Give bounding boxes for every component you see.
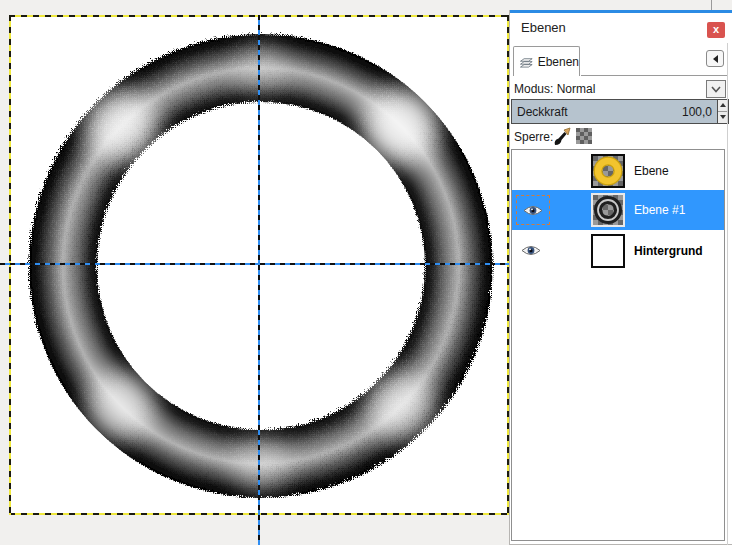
window-divider (711, 0, 712, 10)
eye-icon[interactable] (521, 244, 541, 257)
layer-list: Ebene (511, 149, 725, 541)
visibility-focus-box[interactable] (516, 195, 550, 225)
eye-icon (523, 204, 543, 217)
mode-label: Modus: Normal (514, 82, 595, 96)
layer-thumbnail-gray-ring[interactable] (591, 193, 625, 227)
close-button[interactable]: x (707, 22, 725, 38)
opacity-slider[interactable]: Deckkraft 100,0 (511, 99, 729, 124)
tabbar-baseline (581, 75, 727, 76)
lock-paint-brush-icon[interactable] (552, 127, 572, 147)
chevron-down-icon (709, 82, 723, 96)
mode-row: Modus: Normal (510, 80, 732, 98)
tab-ebenen[interactable]: Ebenen (513, 46, 580, 76)
lock-label: Sperre: (514, 130, 553, 144)
horizontal-guide[interactable] (0, 263, 509, 265)
gimp-window: Ebenen x Ebenen Modus: Normal (0, 0, 732, 545)
dialog-tabbar: Ebenen (510, 43, 732, 77)
layer-row-ebene[interactable]: Ebene (512, 152, 724, 190)
opacity-label: Deckkraft (517, 105, 568, 119)
panel-right-gutter (727, 43, 728, 545)
layer-row-hintergrund[interactable]: Hintergrund (512, 230, 724, 272)
layers-icon (519, 54, 534, 70)
layer-thumbnail-yellow-ring[interactable] (591, 154, 625, 188)
layer-name: Hintergrund (634, 244, 703, 258)
dialog-titlebar: Ebenen x (510, 13, 732, 44)
vertical-guide[interactable] (258, 15, 260, 545)
layer-boundary-left (9, 15, 11, 515)
dialog-title: Ebenen (521, 20, 566, 35)
dockable-menu-button[interactable] (706, 50, 724, 67)
layers-dialog: Ebenen x Ebenen Modus: Normal (509, 10, 732, 545)
tab-label: Ebenen (538, 55, 579, 69)
lock-row: Sperre: (510, 127, 732, 147)
layer-name: Ebene #1 (634, 203, 685, 217)
layer-thumbnail-white[interactable] (591, 234, 625, 268)
left-arrow-icon (713, 55, 718, 63)
opacity-value: 100,0 (682, 105, 712, 119)
layer-row-ebene-1[interactable]: Ebene #1 (512, 190, 724, 230)
mode-dropdown[interactable] (706, 80, 726, 98)
layer-name: Ebene (634, 164, 669, 178)
up-arrow-icon (720, 103, 726, 107)
lock-alpha-checker-icon[interactable] (576, 128, 592, 144)
down-arrow-icon (720, 115, 726, 119)
